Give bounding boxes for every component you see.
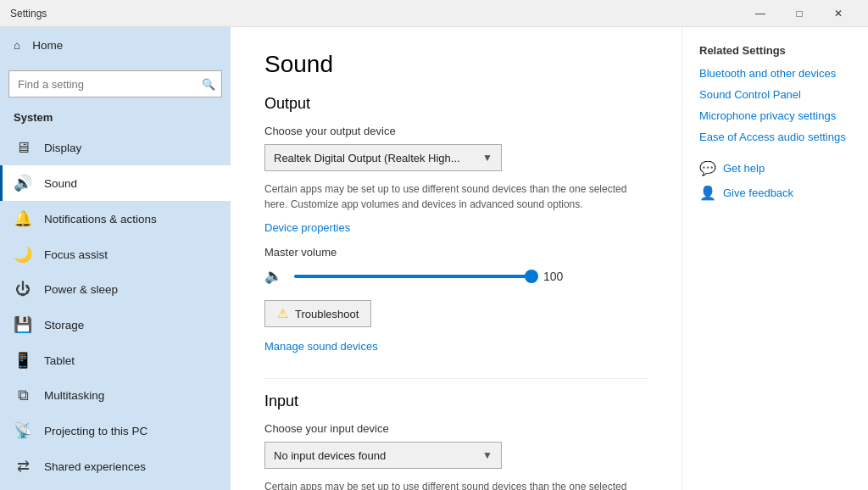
help-icon: 💬 (699, 160, 716, 176)
volume-icon: 🔈 (264, 267, 282, 285)
sidebar-item-display[interactable]: 🖥 Display (0, 131, 231, 165)
sidebar-search-container: 🔍 (8, 70, 222, 97)
tablet-icon: 📱 (14, 351, 32, 370)
sidebar-notifications-label: Notifications & actions (44, 213, 157, 226)
sidebar-storage-label: Storage (44, 319, 84, 331)
volume-slider[interactable] (294, 275, 531, 278)
sidebar-tablet-label: Tablet (44, 354, 75, 367)
output-info-text: Certain apps may be set up to use differ… (264, 181, 648, 212)
storage-icon: 💾 (14, 315, 32, 334)
volume-section: Master volume 🔈 100 (264, 246, 648, 285)
sidebar-item-focus[interactable]: 🌙 Focus assist (0, 237, 231, 272)
input-info-text: Certain apps may be set up to use differ… (264, 479, 648, 490)
sidebar-item-sound[interactable]: 🔊 Sound (0, 165, 231, 201)
sidebar-projecting-label: Projecting to this PC (44, 425, 147, 437)
sidebar-display-label: Display (44, 142, 81, 154)
sidebar-power-label: Power & sleep (44, 283, 118, 296)
search-input[interactable] (8, 70, 222, 97)
app-body: ⌂ Home 🔍 System 🖥 Display 🔊 Sound 🔔 Noti… (0, 27, 868, 490)
troubleshoot-button[interactable]: ⚠ Troubleshoot (264, 300, 371, 327)
app-title: Settings (10, 8, 47, 19)
home-icon: ⌂ (14, 39, 20, 52)
input-section-title: Input (264, 393, 648, 410)
multitasking-icon: ⧉ (14, 387, 32, 404)
maximize-button[interactable]: □ (780, 0, 819, 27)
shared-icon: ⇄ (14, 457, 32, 476)
input-device-dropdown[interactable]: No input devices found ▼ (264, 442, 502, 469)
input-device-value: No input devices found (274, 449, 386, 462)
related-settings-title: Related Settings (699, 44, 851, 57)
feedback-icon: 👤 (699, 185, 716, 201)
display-icon: 🖥 (14, 139, 32, 157)
sidebar-item-multitasking[interactable]: ⧉ Multitasking (0, 378, 231, 413)
help-section: 💬 Get help 👤 Give feedback (699, 160, 851, 201)
related-link-ease[interactable]: Ease of Access audio settings (699, 131, 851, 143)
device-properties-link[interactable]: Device properties (264, 221, 350, 234)
sidebar: ⌂ Home 🔍 System 🖥 Display 🔊 Sound 🔔 Noti… (0, 27, 231, 490)
troubleshoot-label: Troubleshoot (295, 308, 359, 320)
window-controls: — □ ✕ (741, 0, 858, 27)
titlebar: Settings — □ ✕ (0, 0, 868, 27)
close-button[interactable]: ✕ (819, 0, 858, 27)
right-panel: Related Settings Bluetooth and other dev… (682, 27, 868, 490)
sound-icon: 🔊 (14, 174, 32, 192)
get-help-label: Get help (723, 162, 765, 175)
sidebar-item-notifications[interactable]: 🔔 Notifications & actions (0, 201, 231, 237)
output-device-label: Choose your output device (264, 125, 648, 137)
output-device-value: Realtek Digital Output (Realtek High... (274, 152, 460, 164)
sidebar-focus-label: Focus assist (44, 248, 108, 261)
chevron-down-icon-input: ▼ (482, 449, 492, 461)
sidebar-home-label: Home (32, 39, 63, 52)
sidebar-multitasking-label: Multitasking (44, 389, 104, 402)
slider-thumb[interactable] (525, 270, 538, 283)
output-device-dropdown[interactable]: Realtek Digital Output (Realtek High... … (264, 144, 502, 171)
system-label: System (0, 108, 231, 131)
sidebar-sound-label: Sound (44, 177, 77, 190)
chevron-down-icon: ▼ (482, 152, 492, 164)
section-divider (264, 378, 648, 379)
master-volume-label: Master volume (264, 246, 648, 259)
output-section-title: Output (264, 95, 648, 113)
slider-fill (294, 275, 531, 278)
volume-row: 🔈 100 (264, 267, 648, 285)
get-help-item[interactable]: 💬 Get help (699, 160, 851, 176)
related-link-sound-panel[interactable]: Sound Control Panel (699, 88, 851, 101)
input-device-label: Choose your input device (264, 422, 648, 435)
manage-sound-link[interactable]: Manage sound devices (264, 340, 378, 353)
sidebar-item-home[interactable]: ⌂ Home (0, 31, 231, 60)
search-icon: 🔍 (202, 78, 215, 91)
warning-icon: ⚠ (277, 306, 288, 321)
focus-icon: 🌙 (14, 245, 32, 264)
sidebar-item-tablet[interactable]: 📱 Tablet (0, 342, 231, 378)
give-feedback-item[interactable]: 👤 Give feedback (699, 185, 851, 201)
volume-value: 100 (543, 270, 569, 283)
notifications-icon: 🔔 (14, 209, 32, 228)
sidebar-shared-label: Shared experiences (44, 460, 146, 473)
power-icon: ⏻ (14, 281, 32, 298)
sidebar-item-power[interactable]: ⏻ Power & sleep (0, 272, 231, 307)
sidebar-item-projecting[interactable]: 📡 Projecting to this PC (0, 413, 231, 448)
related-link-microphone[interactable]: Microphone privacy settings (699, 109, 851, 122)
related-link-bluetooth[interactable]: Bluetooth and other devices (699, 67, 851, 80)
sidebar-item-shared[interactable]: ⇄ Shared experiences (0, 448, 231, 484)
page-title: Sound (264, 51, 648, 78)
main-content: Sound Output Choose your output device R… (231, 27, 682, 490)
minimize-button[interactable]: — (741, 0, 780, 27)
projecting-icon: 📡 (14, 421, 32, 440)
sidebar-item-storage[interactable]: 💾 Storage (0, 307, 231, 342)
give-feedback-label: Give feedback (723, 187, 793, 199)
